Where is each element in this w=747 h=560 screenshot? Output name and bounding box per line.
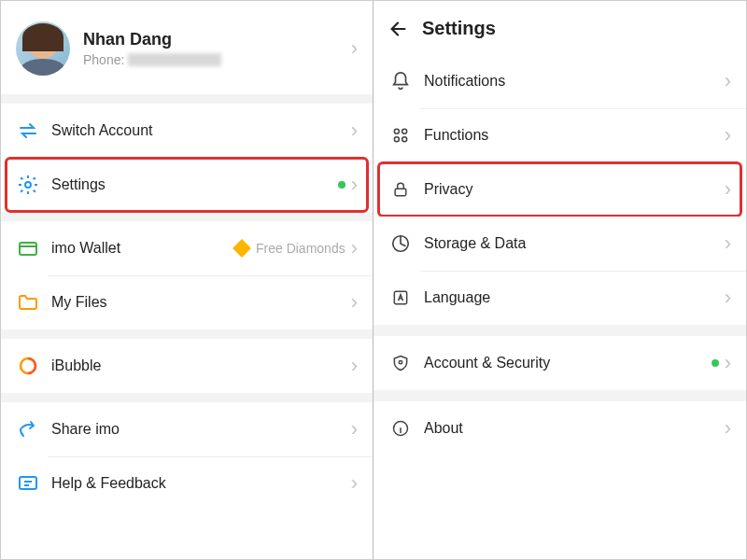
diamond-icon [233,239,251,258]
folder-icon [16,290,40,315]
wallet-row[interactable]: imo Wallet Free Diamonds › [1,221,373,275]
feedback-icon [16,471,40,496]
settings-title: Settings [422,18,496,39]
section-gap [374,390,746,401]
language-label: Language [424,289,725,306]
avatar [16,21,70,76]
section-gap [1,393,373,402]
section-gap [1,94,373,104]
about-row[interactable]: About › [374,401,746,455]
ibubble-row[interactable]: iBubble › [1,339,373,393]
svg-point-4 [394,129,399,133]
info-icon [388,416,413,441]
privacy-label: Privacy [424,181,725,198]
chevron-right-icon: › [351,175,358,195]
notification-dot [338,181,345,189]
wallet-label: imo Wallet [51,240,235,257]
functions-label: Functions [424,127,725,144]
privacy-row[interactable]: Privacy › [374,162,746,217]
language-row[interactable]: Language › [374,271,746,325]
files-row[interactable]: My Files › [1,275,373,329]
chevron-right-icon: › [725,233,731,254]
notifications-row[interactable]: Notifications › [374,54,746,108]
svg-rect-1 [20,243,36,255]
help-row[interactable]: Help & Feedback › [1,456,373,511]
settings-header: Settings [374,1,746,54]
share-icon [16,417,40,441]
profile-pane: Nhan Dang Phone: › Switch Account › Sett… [1,1,374,559]
wallet-badge: Free Diamonds [256,241,345,256]
svg-point-11 [399,361,402,364]
svg-point-5 [402,129,407,133]
profile-name: Nhan Dang [83,30,351,49]
security-label: Account & Security [424,355,712,371]
storage-row[interactable]: Storage & Data › [374,217,746,271]
files-label: My Files [51,294,351,311]
grid-icon [388,123,413,147]
security-row[interactable]: Account & Security › [374,336,746,390]
profile-phone-label: Phone: [83,52,124,67]
storage-label: Storage & Data [424,235,725,252]
profile-phone-blurred [128,53,221,66]
help-label: Help & Feedback [51,475,351,492]
share-row[interactable]: Share imo › [1,402,373,456]
profile-row[interactable]: Nhan Dang Phone: › [1,1,373,94]
svg-rect-8 [395,189,406,196]
gear-icon [16,173,40,197]
section-gap [374,325,746,336]
switch-icon [16,119,40,143]
svg-rect-3 [20,477,36,489]
chevron-right-icon: › [725,179,731,200]
chevron-right-icon: › [351,473,358,494]
chevron-right-icon: › [725,71,731,91]
section-gap [1,212,373,221]
notification-dot [712,359,719,367]
shield-icon [388,351,413,375]
bubble-icon [16,354,40,378]
section-gap [1,329,373,339]
settings-label: Settings [51,176,338,193]
bell-icon [388,69,413,93]
chevron-right-icon: › [351,120,358,141]
chevron-right-icon: › [351,238,358,259]
chevron-right-icon: › [351,292,358,313]
chevron-right-icon: › [351,356,358,376]
notifications-label: Notifications [424,73,725,90]
svg-point-6 [394,137,399,142]
lock-icon [388,177,413,202]
svg-point-7 [402,137,407,142]
svg-point-0 [25,182,31,188]
language-icon [388,286,413,310]
chevron-right-icon: › [351,419,358,440]
ibubble-label: iBubble [51,357,351,374]
storage-icon [388,231,413,256]
chevron-right-icon: › [725,287,731,308]
chevron-right-icon: › [351,38,358,59]
back-arrow-icon[interactable] [388,19,409,39]
chevron-right-icon: › [725,353,731,373]
chevron-right-icon: › [725,418,731,439]
switch-account-label: Switch Account [51,122,351,139]
settings-row[interactable]: Settings › [1,158,373,212]
chevron-right-icon: › [725,125,731,146]
profile-text: Nhan Dang Phone: [83,30,351,67]
wallet-icon [16,236,40,260]
switch-account-row[interactable]: Switch Account › [1,104,373,158]
settings-pane: Settings Notifications › Functions › Pri… [374,1,746,559]
about-label: About [424,420,725,437]
share-label: Share imo [51,421,351,438]
functions-row[interactable]: Functions › [374,108,746,162]
